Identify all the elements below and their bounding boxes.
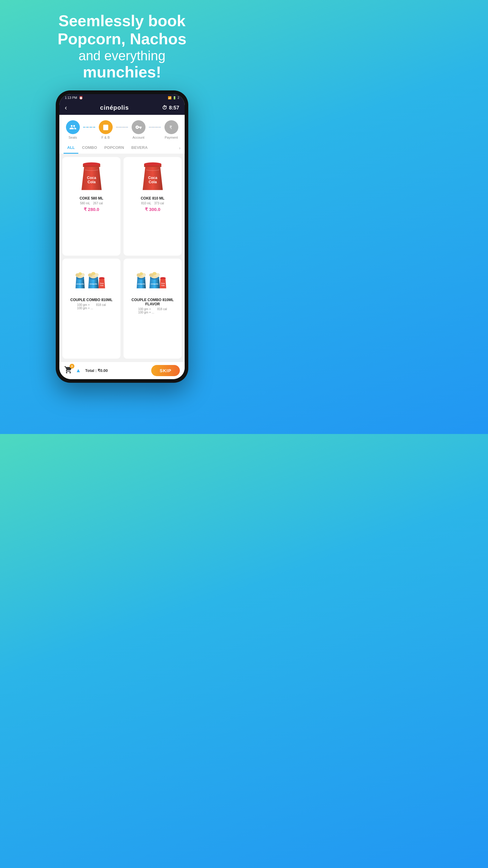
combo-2-size: 100 gm +100 gm + ... (138, 307, 154, 314)
svg-point-13 (78, 272, 82, 275)
svg-text:Coca: Coca (100, 282, 104, 284)
food-item-combo-1[interactable]: cinépolis cinépolis (62, 258, 121, 359)
food-grid: Coca Cola COKE 580 ML 580 mL 267 cal ₹ 2… (59, 154, 185, 362)
step-fb-icon (99, 120, 113, 134)
combo-1-image: cinépolis cinépolis (75, 262, 108, 296)
expand-arrow[interactable]: ▲ (76, 367, 81, 374)
battery-level: 2 (177, 96, 179, 99)
combo-2-cal: 818 cal (157, 307, 167, 314)
headline-line2: Popcorn, Nachos (58, 30, 187, 48)
svg-text:Coca: Coca (161, 282, 165, 284)
tab-beverage[interactable]: BEVERA (128, 142, 151, 154)
app-bar: ‹ cinépolis ⏱ 8:57 (59, 101, 185, 115)
cart-icon-wrapper[interactable]: 0 (64, 366, 73, 375)
step-account: Account (128, 120, 149, 139)
svg-text:cinépolis: cinépolis (76, 283, 84, 285)
connector-1 (83, 127, 95, 127)
step-payment: ₹ Payment (161, 120, 182, 139)
coke-810-cal: 373 cal (154, 202, 164, 205)
coke-810-name: COKE 810 ML (141, 196, 164, 200)
coke-810-price: ₹ 300.0 (145, 207, 161, 212)
headline: Seemlessly book Popcorn, Nachos and ever… (45, 0, 198, 87)
step-fb-label: F & B (101, 135, 110, 139)
svg-point-17 (91, 272, 96, 275)
headline-line3: and everything (58, 48, 187, 64)
svg-text:cinépolis: cinépolis (151, 283, 158, 285)
clock-icon: ⏱ (162, 105, 167, 111)
step-fb: F & B (95, 120, 116, 139)
coke-580-name: COKE 580 ML (79, 196, 103, 200)
skip-button[interactable]: SKIP (151, 365, 180, 376)
status-left: 1:13 PM ⏰ (65, 96, 83, 100)
combo-2-meta: 100 gm +100 gm + ... 818 cal (138, 307, 167, 314)
food-item-coke-580[interactable]: Coca Cola COKE 580 ML 580 mL 267 cal ₹ 2… (62, 157, 121, 255)
status-bar: 1:13 PM ⏰ 📶 🔋 2 (59, 94, 185, 101)
cart-badge: 0 (70, 364, 74, 369)
phone-screen: 1:13 PM ⏰ 📶 🔋 2 ‹ cinépolis ⏱ 8:57 (59, 94, 185, 379)
svg-point-26 (139, 272, 143, 275)
svg-text:Cola: Cola (100, 284, 103, 286)
combo-1-meta: 100 gm +100 gm + ... 818 cal (77, 303, 106, 310)
step-seats: Seats (62, 120, 83, 139)
connector-2 (116, 127, 128, 127)
svg-text:cinépolis: cinépolis (90, 283, 97, 285)
tab-combo[interactable]: COMBO (78, 142, 101, 154)
svg-text:Coca: Coca (87, 176, 96, 180)
step-payment-label: Payment (165, 135, 178, 139)
status-right: 📶 🔋 2 (168, 96, 179, 99)
coke-810-meta: 810 mL 373 cal (141, 202, 164, 205)
svg-point-5 (144, 162, 161, 166)
food-item-combo-2[interactable]: cinépolis cinépolis (124, 258, 182, 359)
network-icon: 📶 (168, 96, 171, 99)
bottom-bar: 0 ▲ Total : ₹0.00 SKIP (59, 362, 185, 379)
coke-580-image: Coca Cola (75, 161, 108, 194)
total-display: Total : ₹0.00 (85, 368, 148, 373)
tab-popcorn[interactable]: POPCORN (101, 142, 128, 154)
combo-1-cal: 818 cal (96, 303, 106, 310)
step-seats-icon (66, 120, 80, 134)
coke-580-size: 580 mL (80, 202, 90, 205)
back-button[interactable]: ‹ (65, 104, 67, 112)
svg-point-30 (153, 272, 157, 275)
category-tabs: ALL COMBO POPCORN BEVERA › (59, 142, 185, 154)
combo-2-name: COUPLE COMBO 810ML FLAVOR (127, 298, 178, 306)
coke-580-meta: 580 mL 267 cal (80, 202, 103, 205)
headline-line1: Seemlessly book (58, 12, 187, 30)
timer-display: ⏱ 8:57 (162, 105, 179, 111)
tabs-more-arrow[interactable]: › (179, 146, 181, 150)
step-payment-icon: ₹ (164, 120, 178, 134)
battery-icon: 🔋 (173, 96, 176, 99)
status-time: 1:13 PM (65, 96, 77, 99)
svg-point-2 (83, 162, 100, 166)
coke-580-cal: 267 cal (93, 202, 103, 205)
svg-text:₹: ₹ (169, 125, 172, 130)
coke-810-size: 810 mL (141, 202, 151, 205)
svg-text:Cola: Cola (149, 180, 157, 184)
combo-1-name: COUPLE COMBO 810ML (70, 298, 112, 302)
tab-all[interactable]: ALL (64, 142, 78, 154)
combo-1-size: 100 gm +100 gm + ... (77, 303, 93, 310)
svg-text:cinépolis: cinépolis (137, 283, 145, 285)
step-seats-label: Seats (68, 135, 77, 139)
step-account-icon (132, 120, 145, 134)
timer-value: 8:57 (169, 105, 179, 111)
food-item-coke-810[interactable]: Coca Cola COKE 810 ML 810 mL 373 cal ₹ 3… (124, 157, 182, 255)
combo-2-image: cinépolis cinépolis (136, 262, 169, 296)
connector-3 (149, 127, 161, 127)
svg-text:Cola: Cola (161, 284, 164, 286)
phone-shell: 1:13 PM ⏰ 📶 🔋 2 ‹ cinépolis ⏱ 8:57 (56, 90, 188, 383)
app-title: cinépolis (100, 104, 129, 111)
coke-580-price: ₹ 280.0 (84, 207, 99, 212)
svg-point-31 (160, 277, 166, 279)
alarm-icon: ⏰ (79, 96, 83, 100)
booking-steps: Seats F & B Account (59, 115, 185, 142)
coke-810-image: Coca Cola (136, 161, 169, 194)
svg-point-18 (99, 277, 104, 279)
svg-text:Coca: Coca (148, 176, 157, 180)
svg-text:Cola: Cola (87, 180, 96, 184)
step-account-label: Account (133, 135, 144, 139)
headline-line4: munchies! (58, 63, 187, 82)
